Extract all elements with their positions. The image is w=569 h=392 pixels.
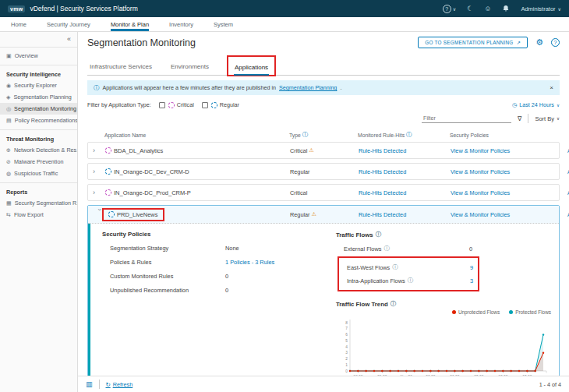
sidebar-item-network-detection[interactable]: ⊕ Network Detection & Res... [0, 144, 77, 156]
user-menu-button[interactable]: Administrator ∨ [521, 5, 561, 12]
sidebar-item-segmentation-planning[interactable]: ◈ Segmentation Planning [0, 91, 77, 103]
critical-app-icon [105, 189, 111, 196]
time-range-selector[interactable]: ◷ Last 24 Hours ∨ [512, 101, 560, 108]
sidebar-item-security-segmentation-report[interactable]: ▦ Security Segmentation R... [0, 197, 77, 209]
rule-hits-link[interactable]: Rule-Hits Detected [359, 189, 451, 196]
table-row-expanded-header[interactable]: › PRD_LiveNews Regular⚠ Rule-Hits Detect… [88, 206, 559, 224]
view-monitor-policies-link[interactable]: View & Monitor Policies [451, 189, 567, 196]
sidebar-item-segmentation-monitoring[interactable]: ◎ Segmentation Monitoring [0, 103, 77, 115]
regular-checkbox[interactable] [202, 102, 208, 108]
sidebar-item-label: Flow Export [14, 211, 44, 218]
info-icon: ⓘ [302, 131, 309, 139]
critical-checkbox[interactable] [159, 102, 165, 108]
rule-hits-link[interactable]: Rule-Hits Detected [359, 147, 451, 154]
warning-icon: ⚠ [312, 211, 316, 217]
svg-text:3: 3 [345, 351, 348, 355]
sidebar-item-label: Segmentation Monitoring [14, 105, 76, 112]
col-type: Typeⓘ [289, 131, 358, 139]
feedback-button[interactable]: ☺ [484, 5, 491, 12]
chevron-down-icon[interactable]: › [96, 208, 103, 221]
info-icon: ⓘ [408, 277, 414, 284]
chevron-right-icon[interactable]: › [93, 168, 105, 175]
sidebar-item-policy-recommendations[interactable]: ▤ Policy Recommendations [0, 115, 77, 126]
security-policies-panel: Security Policies Segmentation Strategy … [102, 231, 336, 376]
kv-unpublished-recommendation: Unpublished Recommendation 0 [102, 287, 336, 294]
expanded-accent-bar [88, 224, 90, 376]
nav-item-security-journey[interactable]: Security Journey [47, 17, 90, 31]
type-value: Regular [290, 211, 310, 218]
traffic-flow-trend-title: Traffic Flow Trend [336, 301, 388, 308]
column-settings-icon[interactable]: ▥ [86, 380, 93, 388]
east-west-flows-value[interactable]: 9 [470, 264, 473, 271]
sidebar-item-malware-prevention[interactable]: ⊘ Malware Prevention [0, 156, 77, 168]
help-icon[interactable]: ? [551, 38, 560, 47]
nav-item-monitor-plan[interactable]: Monitor & Plan [111, 17, 149, 31]
chevron-right-icon[interactable]: › [93, 189, 105, 196]
svg-text:Nov 26: Nov 26 [401, 375, 413, 376]
sort-by-button[interactable]: Sort By ∨ [535, 115, 560, 122]
svg-text:5: 5 [345, 339, 348, 343]
svg-text:15:00: 15:00 [522, 375, 532, 376]
gear-icon[interactable]: ⚙ [535, 37, 543, 48]
traffic-flow-trend-chart: 01234567818:0021:00Nov 2603:0006:0009:00… [336, 316, 554, 376]
nav-item-home[interactable]: Home [11, 17, 27, 31]
filter-input[interactable] [422, 114, 511, 123]
rule-hits-link[interactable]: Rule-Hits Detected [359, 168, 451, 175]
filter-funnel-icon[interactable]: ∇ [518, 115, 521, 122]
segmentation-planning-link[interactable]: Segmentation Planning [279, 84, 337, 91]
divider [0, 129, 77, 130]
info-banner: ⓘ Applications will appear here a few mi… [87, 80, 560, 95]
warning-icon: ⚠ [309, 147, 313, 154]
info-icon: ⓘ [391, 300, 397, 308]
divider [0, 65, 77, 65]
policies-rules-link[interactable]: 1 Policies - 3 Rules [225, 259, 274, 266]
svg-text:6: 6 [345, 333, 348, 337]
sidebar-section-security-intelligence: Security Intelligence [0, 68, 77, 79]
nav-item-inventory[interactable]: Inventory [169, 17, 193, 31]
tab-environments[interactable]: Environments [170, 61, 210, 75]
annotation-box-flows: East-West Flowsⓘ 9 Intra-Application Flo… [338, 256, 479, 291]
regular-label: Regular [220, 101, 239, 108]
critical-label: Critical [177, 101, 194, 108]
notifications-button[interactable] [502, 5, 510, 12]
help-menu-button[interactable]: ? ∨ [443, 5, 456, 13]
close-icon[interactable]: × [550, 84, 553, 91]
sidebar-item-flow-export[interactable]: ⇆ Flow Export [0, 209, 77, 221]
rule-hits-link[interactable]: Rule-Hits Detected [359, 211, 451, 218]
sidebar-item-security-explorer[interactable]: ◉ Security Explorer [0, 79, 77, 91]
table-row[interactable]: › IN_Orange-DC_Dev_CRM-D Regular Rule-Hi… [87, 163, 560, 180]
security-explorer-icon: ◉ [6, 83, 11, 89]
chart-legend: Unprotected Flows Protected Flows [336, 309, 554, 315]
sidebar-item-suspicious-traffic[interactable]: ◍ Suspicious Traffic [0, 168, 77, 179]
type-value: Regular [290, 168, 310, 175]
refresh-button[interactable]: ↻ Refresh [106, 381, 133, 388]
type-value: Critical [290, 147, 307, 154]
top-bar: vmw vDefend | Security Services Platform… [0, 0, 569, 17]
divider [0, 182, 77, 183]
sort-by-label: Sort By [535, 115, 554, 122]
tab-applications[interactable]: Applications [234, 62, 269, 76]
sidebar-item-overview[interactable]: ▣ Overview [0, 50, 77, 62]
segmentation-monitoring-icon: ◎ [6, 106, 11, 112]
network-detection-icon: ⊕ [6, 147, 11, 154]
view-monitor-policies-link[interactable]: View & Monitor Policies [451, 147, 567, 154]
table-row[interactable]: › IN_Orange-DC_Prod_CRM-P Critical Rule-… [87, 184, 560, 201]
intra-application-flows-value[interactable]: 3 [470, 277, 473, 284]
sidebar-item-label: Security Explorer [14, 82, 57, 89]
table-row[interactable]: › BDA_DL_Analytics Critical⚠ Rule-Hits D… [87, 142, 560, 159]
report-icon: ▦ [6, 200, 12, 207]
view-monitor-policies-link[interactable]: View & Monitor Policies [451, 211, 567, 218]
go-to-segmentation-planning-button[interactable]: GO TO SEGMENTATION PLANNING ↗ [418, 37, 528, 48]
chevron-right-icon[interactable]: › [93, 147, 105, 154]
theme-toggle-button[interactable]: ☾ [467, 5, 473, 12]
info-icon: ⓘ [406, 131, 412, 139]
info-icon: ⓘ [376, 231, 382, 238]
security-policies-title: Security Policies [102, 231, 336, 238]
svg-text:21:00: 21:00 [377, 375, 387, 376]
view-monitor-policies-link[interactable]: View & Monitor Policies [451, 168, 567, 175]
tab-infrastructure-services[interactable]: Infrastructure Services [89, 61, 153, 75]
nav-item-system[interactable]: System [214, 17, 233, 31]
tab-bar: Infrastructure Services Environments App… [87, 55, 560, 76]
sidebar-collapse-button[interactable]: « [67, 35, 71, 43]
sidebar-section-threat-monitoring: Threat Monitoring [0, 132, 77, 144]
